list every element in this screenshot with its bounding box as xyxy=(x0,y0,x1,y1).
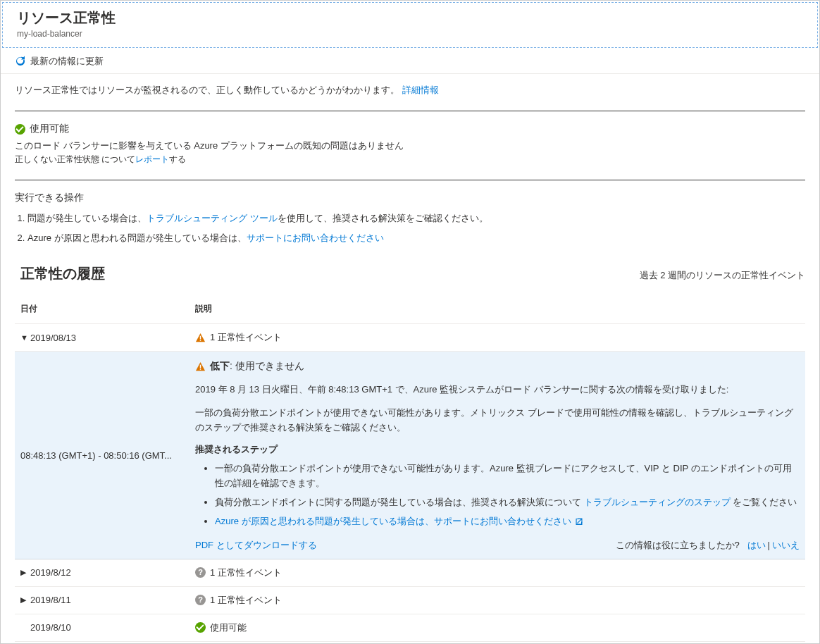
toolbar: 最新の情報に更新 xyxy=(1,49,819,74)
external-link-icon xyxy=(575,517,583,526)
svg-rect-3 xyxy=(200,369,201,370)
check-icon xyxy=(15,124,25,135)
steps-list: 一部の負荷分散エンドポイントが使用できない可能性があります。Azure 監視ブレ… xyxy=(195,462,800,528)
refresh-icon xyxy=(15,56,26,67)
chevron-right-icon: ▶ xyxy=(20,568,30,577)
row-date: 2019/8/10 xyxy=(30,622,195,633)
row-desc: 1 正常性イベント xyxy=(210,566,282,579)
table-header: 日付 説明 xyxy=(15,303,805,324)
action-item: 問題が発生している場合は、トラブルシューティング ツールを使用して、推奨される解… xyxy=(27,211,805,225)
helpful-yes[interactable]: はい xyxy=(747,540,766,550)
status-report: 正しくない正常性状態 についてレポートする xyxy=(15,154,805,166)
action-item: Azure が原因と思われる問題が発生している場合は、サポートにお問い合わせくだ… xyxy=(27,231,805,245)
refresh-label: 最新の情報に更新 xyxy=(30,55,104,68)
row-desc: 1 正常性イベント xyxy=(210,331,282,344)
history-header: 正常性の履歴 過去 2 週間のリソースの正常性イベント xyxy=(15,264,805,283)
table-row[interactable]: ▶ 2019/8/11 ? 1 正常性イベント xyxy=(15,587,805,614)
divider xyxy=(15,180,805,180)
table-row[interactable]: 2019/8/10 使用可能 xyxy=(15,614,805,642)
table-row[interactable]: ▶ 2019/8/9 ? 1 正常性イベント xyxy=(15,642,805,644)
chevron-down-icon: ▼ xyxy=(20,333,30,342)
warning-icon xyxy=(195,333,206,343)
row-desc: 1 正常性イベント xyxy=(210,594,282,607)
table-row[interactable]: ▶ 2019/8/12 ? 1 正常性イベント xyxy=(15,559,805,587)
status-label: 使用可能 xyxy=(30,123,69,135)
actions-list: 問題が発生している場合は、トラブルシューティング ツールを使用して、推奨される解… xyxy=(15,211,805,244)
th-desc: 説明 xyxy=(195,303,800,315)
row-desc: 使用可能 xyxy=(210,621,247,634)
troubleshoot-link[interactable]: トラブルシューティング ツール xyxy=(147,213,278,223)
event-paragraph: 2019 年 8 月 13 日火曜日、午前 8:48:13 GMT+1 で、Az… xyxy=(195,383,800,397)
steps-title: 推奨されるステップ xyxy=(195,443,800,456)
helpful-prompt: この情報は役に立ちましたか? はい|いいえ xyxy=(616,539,800,552)
check-icon xyxy=(195,622,206,633)
svg-rect-0 xyxy=(200,335,201,339)
event-title: 低下: 使用できません xyxy=(195,360,800,373)
event-time-range: 08:48:13 (GMT+1) - 08:50:16 (GMT... xyxy=(20,360,195,552)
step-item: 負荷分散エンドポイントに関する問題が発生している場合は、推奨される解決策について… xyxy=(215,495,800,510)
history-title: 正常性の履歴 xyxy=(20,264,105,283)
helpful-no[interactable]: いいえ xyxy=(772,540,800,550)
chevron-right-icon: ▶ xyxy=(20,595,30,605)
page-title: リソース正常性 xyxy=(17,8,803,27)
status-row: 使用可能 xyxy=(15,123,805,135)
th-date: 日付 xyxy=(20,303,195,315)
divider xyxy=(15,111,805,111)
unknown-icon: ? xyxy=(195,567,206,578)
actions-title: 実行できる操作 xyxy=(15,192,805,204)
row-date: 2019/8/11 xyxy=(30,595,195,605)
description-text: リソース正常性ではリソースが監視されるので、正しく動作しているかどうかがわかりま… xyxy=(15,84,805,97)
learn-more-link[interactable]: 詳細情報 xyxy=(402,85,439,95)
refresh-button[interactable]: 最新の情報に更新 xyxy=(15,55,104,68)
resource-name: my-load-balancer xyxy=(17,29,803,39)
contact-support-link[interactable]: Azure が原因と思われる問題が発生している場合は、サポートにお問い合わせくだ… xyxy=(215,516,571,526)
support-link[interactable]: サポートにお問い合わせください xyxy=(247,233,384,243)
report-link[interactable]: レポート xyxy=(135,154,169,164)
table-row[interactable]: ▼ 2019/08/13 1 正常性イベント xyxy=(15,324,805,352)
history-subtitle: 過去 2 週間のリソースの正常性イベント xyxy=(640,269,805,282)
expanded-detail: 08:48:13 (GMT+1) - 08:50:16 (GMT... 低下: … xyxy=(15,352,805,559)
step-item: 一部の負荷分散エンドポイントが使用できない可能性があります。Azure 監視ブレ… xyxy=(215,462,800,491)
svg-rect-2 xyxy=(200,364,201,368)
status-detail: このロード バランサーに影響を与えている Azure プラットフォームの既知の問… xyxy=(15,140,805,152)
step-item: Azure が原因と思われる問題が発生している場合は、サポートにお問い合わせくだ… xyxy=(215,514,800,529)
unknown-icon: ? xyxy=(195,595,206,605)
warning-icon xyxy=(195,361,206,372)
page-header: リソース正常性 my-load-balancer xyxy=(2,2,818,48)
history-table: 日付 説明 ▼ 2019/08/13 1 正常性イベント 08:48:13 (G… xyxy=(15,303,805,644)
troubleshoot-steps-link[interactable]: トラブルシューティングのステップ xyxy=(584,497,731,507)
row-date: 2019/8/12 xyxy=(30,567,195,578)
download-pdf-link[interactable]: PDF としてダウンロードする xyxy=(195,539,317,552)
event-paragraph: 一部の負荷分散エンドポイントが使用できない可能性があります。メトリックス ブレー… xyxy=(195,406,800,435)
row-date: 2019/08/13 xyxy=(30,333,195,343)
svg-rect-1 xyxy=(200,340,201,341)
